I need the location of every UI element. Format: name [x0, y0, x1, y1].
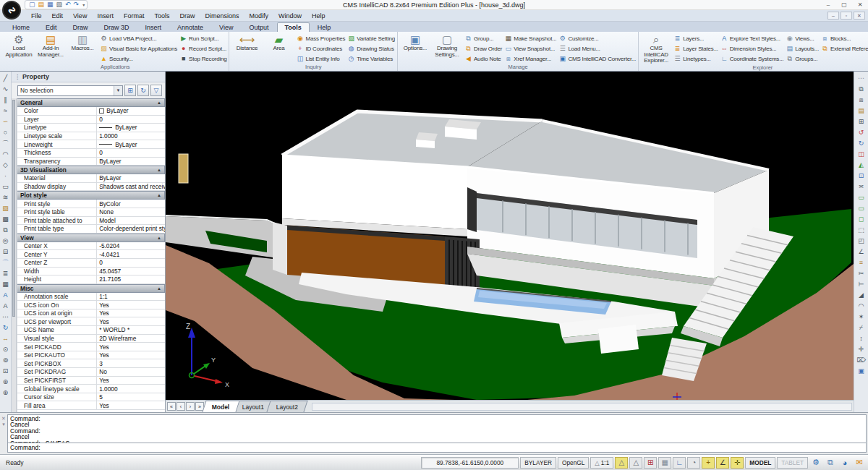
- ribbon-tab-home[interactable]: Home: [4, 22, 38, 32]
- fillet-icon[interactable]: ◠: [856, 301, 867, 312]
- intellicad-logo-button[interactable]: ◕: [838, 457, 851, 469]
- erase-icon[interactable]: ⌦: [856, 355, 867, 366]
- property-value[interactable]: * WORLD *: [97, 326, 165, 334]
- annotation-auto-toggle[interactable]: △: [629, 457, 642, 469]
- ribbon-tab-view[interactable]: View: [211, 22, 241, 32]
- rectangle-icon[interactable]: ▭: [1, 181, 11, 192]
- drawing-canvas[interactable]: Z Y X: [166, 72, 854, 400]
- record-script-button[interactable]: ●Record Script...: [179, 43, 226, 54]
- property-value[interactable]: Shadows cast and received: [97, 183, 165, 191]
- esnap-toggle[interactable]: +: [702, 457, 715, 469]
- hatch-icon[interactable]: ▨: [1, 203, 11, 214]
- chevron-down-icon[interactable]: ▼: [114, 86, 122, 95]
- child-restore-button[interactable]: ▫: [841, 12, 852, 20]
- ribbon-tab-annotate[interactable]: Annotate: [169, 22, 211, 32]
- paste-icon[interactable]: ▤: [856, 106, 867, 116]
- rect-green-icon[interactable]: ▭: [856, 192, 867, 203]
- zoom-window-icon[interactable]: ⊡: [1, 366, 11, 377]
- freehand-sketch-icon[interactable]: ∽: [1, 116, 11, 127]
- coordinates-display[interactable]: 89.7838,-61.6150,0.0000: [421, 457, 519, 469]
- menu-view[interactable]: View: [68, 12, 92, 20]
- security-button[interactable]: ▲Security...: [100, 54, 177, 64]
- make-snapshot-button[interactable]: ▦Make Snapshot...: [504, 33, 556, 43]
- section-header-3d-visualisation[interactable]: 3D Visualisation▲: [17, 166, 165, 174]
- ribbon-tab-output[interactable]: Output: [241, 22, 276, 32]
- xref-manager-button[interactable]: ⧈Xref Manager...: [504, 54, 556, 64]
- section-icon[interactable]: ◰: [856, 236, 867, 247]
- tab-model[interactable]: Model: [202, 401, 239, 412]
- draw-order-button[interactable]: ⧉Draw Order: [464, 43, 502, 54]
- quick-filter-icon[interactable]: ▽: [150, 85, 162, 96]
- arc-3pt-icon[interactable]: ⌒: [1, 257, 11, 268]
- polygon-icon[interactable]: ◇: [1, 160, 11, 171]
- break-icon[interactable]: ⌿: [856, 322, 867, 333]
- entity-track-toggle[interactable]: ∠: [716, 457, 729, 469]
- regen-icon[interactable]: ↻: [1, 322, 11, 333]
- selection-dropdown[interactable]: No selection ▼: [17, 85, 123, 96]
- grid-toggle[interactable]: ▦: [658, 457, 671, 469]
- app-logo-icon[interactable]: ∿: [2, 1, 21, 20]
- minimize-button[interactable]: –: [820, 1, 836, 9]
- property-value[interactable]: Yes: [97, 317, 165, 325]
- polar-toggle[interactable]: ◔: [687, 457, 700, 469]
- groups-button[interactable]: ⧉Groups...: [786, 54, 819, 64]
- property-value[interactable]: ByColor: [97, 200, 165, 208]
- save-button[interactable]: ▦: [47, 1, 54, 8]
- property-panel-header[interactable]: ⋮ Property: [12, 72, 165, 82]
- property-value[interactable]: Color-dependent print style: [97, 225, 165, 233]
- select-entities-icon[interactable]: ⊞: [124, 85, 136, 96]
- property-value[interactable]: 1.0000: [97, 385, 165, 393]
- view-snapshot-button[interactable]: ▭View Snapshot...: [504, 43, 556, 54]
- menu-help[interactable]: Help: [307, 12, 331, 20]
- property-value[interactable]: -4.0421: [97, 250, 165, 258]
- snap-toggle[interactable]: ⊞: [644, 457, 657, 469]
- zoom-icon[interactable]: ⊙: [1, 344, 11, 355]
- property-value[interactable]: 3: [97, 359, 165, 367]
- layout-nav-2[interactable]: ›: [186, 402, 195, 411]
- property-value[interactable]: Yes: [97, 301, 165, 309]
- move-icon[interactable]: ✛: [856, 344, 867, 355]
- property-value[interactable]: 21.7105: [97, 275, 165, 283]
- ortho-toggle[interactable]: ∟: [673, 457, 686, 469]
- opengl-indicator[interactable]: OpenGL: [558, 457, 589, 469]
- section-header-general[interactable]: General▲: [17, 98, 165, 107]
- horizontal-scrollbar[interactable]: [312, 403, 852, 411]
- load-menu-button[interactable]: ☰Load Menu...: [558, 43, 636, 54]
- audio-note-button[interactable]: ◀Audio Note: [464, 54, 502, 64]
- menu-format[interactable]: Format: [119, 12, 150, 20]
- region-icon[interactable]: ▩: [1, 214, 11, 225]
- ribbon-tab-insert[interactable]: Insert: [137, 22, 170, 32]
- zoom-in-icon[interactable]: ⊕: [1, 388, 11, 398]
- array-icon[interactable]: ⊞: [856, 116, 867, 127]
- external-references-button[interactable]: ⧉External References...: [821, 43, 868, 54]
- property-value[interactable]: 2D Wireframe: [97, 335, 165, 343]
- property-value[interactable]: 0: [97, 149, 165, 157]
- chamfer-icon[interactable]: ◢: [856, 290, 867, 301]
- variable-setting-button[interactable]: ▧Variable Setting: [347, 33, 395, 43]
- properties-icon[interactable]: ▣: [856, 366, 867, 377]
- stretch-icon[interactable]: ↕: [856, 333, 867, 344]
- text-icon[interactable]: A: [1, 290, 11, 301]
- property-value[interactable]: ByLayer: [97, 124, 165, 132]
- ellipse-icon[interactable]: ◠: [1, 149, 11, 160]
- drawing-status-button[interactable]: ◍Drawing Status: [347, 43, 395, 54]
- property-value[interactable]: ByLayer: [97, 140, 165, 148]
- drawing-settings-button[interactable]: ▢Drawing Settings...: [431, 33, 463, 64]
- menu-draw[interactable]: Draw: [174, 12, 200, 20]
- property-value[interactable]: None: [97, 208, 165, 216]
- macros-button[interactable]: ▥Macros...: [67, 33, 98, 64]
- tab-layout2[interactable]: Layout2: [266, 401, 307, 412]
- list-entity-info-button[interactable]: ◫List Entity Info: [296, 54, 345, 64]
- layouts-button[interactable]: ▤Layouts...: [786, 43, 819, 54]
- property-value[interactable]: 1:1: [97, 293, 165, 301]
- menu-tools[interactable]: Tools: [149, 12, 174, 20]
- property-value[interactable]: 45.0457: [97, 268, 165, 275]
- mtext-icon[interactable]: A: [1, 301, 11, 312]
- child-close-button[interactable]: ✕: [854, 12, 865, 20]
- mail-button[interactable]: ✉: [853, 457, 866, 469]
- cascade-windows-button[interactable]: ⧉: [824, 457, 837, 469]
- customize-button[interactable]: ⚙Customize...: [558, 33, 636, 43]
- views-button[interactable]: ◉Views...: [786, 33, 819, 43]
- settings-gear-button[interactable]: ⚙: [809, 457, 822, 469]
- load-vba-project-button[interactable]: ⚙Load VBA Project...: [100, 33, 177, 43]
